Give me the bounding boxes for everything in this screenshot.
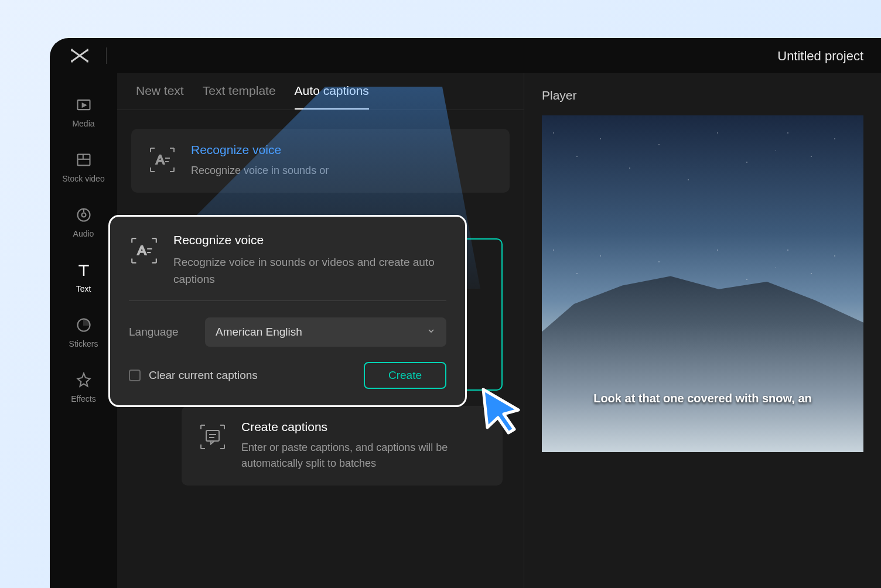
card-desc: Recognize voice in sounds or [191,163,493,179]
card-title: Create captions [241,420,486,434]
sidebar-item-stock-video[interactable]: Stock video [50,151,117,183]
create-captions-icon [198,422,227,452]
tab-auto-captions[interactable]: Auto captions [295,84,369,110]
language-label: Language [129,326,187,339]
sidebar-label: Stickers [69,339,98,348]
app-window: Untitled project Media Stock video Audio [50,38,881,588]
cursor-pointer-icon [474,384,527,436]
checkbox[interactable] [129,370,141,381]
create-button[interactable]: Create [364,362,446,389]
title-bar: Untitled project [50,38,881,73]
card-desc: Enter or paste captions, and captions wi… [241,440,486,471]
caption-icon: A [129,235,159,266]
sidebar-item-audio[interactable]: Audio [50,206,117,238]
sidebar-label: Media [72,119,94,128]
effects-icon [74,371,93,389]
sidebar-item-stickers[interactable]: Stickers [50,316,117,348]
svg-rect-1 [77,155,90,166]
title-divider [106,47,107,64]
popup-desc: Recognize voice in sounds or videos and … [173,254,446,288]
preview-stars [542,115,863,284]
dropdown-value: American English [216,326,302,339]
player-label: Player [542,88,863,102]
svg-rect-14 [206,430,219,441]
popup-title: Recognize voice [173,233,446,247]
recognize-voice-card[interactable]: A Recognize voice Recognize voice in sou… [131,129,510,193]
caption-icon: A [148,145,177,175]
stock-video-icon [74,151,93,169]
audio-icon [74,206,93,224]
media-icon [74,95,93,114]
svg-text:A: A [138,242,147,258]
svg-point-5 [81,213,86,217]
preview-mountain [542,267,863,452]
sidebar-item-text[interactable]: Text [50,261,117,293]
checkbox-label: Clear current captions [149,369,258,382]
card-title: Recognize voice [191,143,493,157]
app-logo-icon[interactable] [67,43,92,68]
recognize-voice-popup: A Recognize voice Recognize voice in sou… [108,215,467,407]
language-dropdown[interactable]: American English [205,317,446,347]
sidebar-label: Audio [73,229,94,238]
sidebar-label: Stock video [62,174,104,183]
text-icon [74,261,93,279]
sidebar-label: Effects [71,394,96,404]
sidebar: Media Stock video Audio Text [50,73,117,588]
tab-new-text[interactable]: New text [136,84,184,110]
tab-text-template[interactable]: Text template [203,84,276,110]
create-captions-card[interactable]: Create captions Enter or paste captions,… [182,406,503,486]
panel-body: A Recognize voice Recognize voice in sou… [117,110,524,221]
sidebar-item-effects[interactable]: Effects [50,371,117,404]
video-preview[interactable]: Look at that one covered with snow, an [542,115,863,452]
tabs: New text Text template Auto captions [117,73,524,110]
caption-overlay: Look at that one covered with snow, an [542,392,863,405]
svg-text:A: A [156,152,165,167]
stickers-icon [74,316,93,334]
project-title: Untitled project [777,49,863,64]
chevron-down-icon [426,326,436,338]
sidebar-label: Text [76,284,91,293]
sidebar-item-media[interactable]: Media [50,95,117,128]
clear-captions-checkbox-row[interactable]: Clear current captions [129,369,258,382]
right-panel: Player Look at that one covered with sno… [524,73,881,588]
